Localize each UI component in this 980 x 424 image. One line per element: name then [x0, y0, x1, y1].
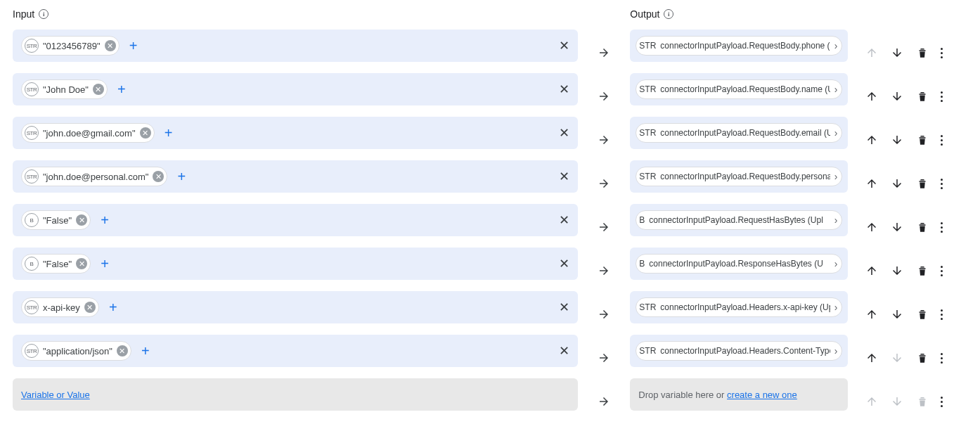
add-icon[interactable]: + — [162, 125, 176, 141]
info-icon[interactable]: i — [664, 9, 673, 19]
delete-button[interactable] — [915, 264, 929, 278]
output-chip[interactable]: STR connectorInputPayload.Headers.Conten… — [636, 341, 842, 361]
input-chip[interactable]: B "False" ✕ — [21, 254, 91, 274]
output-row[interactable]: STR connectorInputPayload.RequestBody.pe… — [630, 160, 848, 193]
add-icon[interactable]: + — [138, 343, 153, 359]
delete-button[interactable] — [915, 89, 929, 103]
close-icon[interactable]: ✕ — [559, 300, 569, 315]
chip-remove-icon[interactable]: ✕ — [153, 171, 164, 182]
input-row[interactable]: B "False" ✕ + ✕ — [13, 248, 578, 280]
move-down-button[interactable] — [890, 133, 904, 147]
input-chip[interactable]: STR "0123456789" ✕ — [21, 36, 120, 56]
add-icon[interactable]: + — [174, 169, 188, 185]
close-icon[interactable]: ✕ — [559, 125, 569, 141]
chevron-right-icon[interactable]: › — [834, 84, 839, 95]
delete-button[interactable] — [915, 351, 929, 365]
more-menu-button[interactable] — [941, 179, 943, 189]
output-chip[interactable]: B connectorInputPayload.ResponseHasBytes… — [636, 254, 842, 274]
input-row[interactable]: STR x-api-key ✕ + ✕ — [13, 291, 578, 323]
move-up-button[interactable] — [865, 264, 879, 278]
input-row[interactable]: B "False" ✕ + ✕ — [13, 204, 578, 236]
move-up-button[interactable] — [865, 133, 879, 147]
move-up-button[interactable] — [865, 307, 879, 321]
move-up-button[interactable] — [865, 176, 879, 191]
input-chip[interactable]: STR x-api-key ✕ — [21, 297, 99, 317]
chip-remove-icon[interactable]: ✕ — [76, 214, 87, 226]
close-icon[interactable]: ✕ — [559, 212, 569, 228]
move-down-button[interactable] — [890, 264, 904, 278]
output-row[interactable]: B connectorInputPayload.RequestHasBytes … — [630, 204, 848, 236]
move-down-button[interactable] — [890, 46, 904, 60]
input-row[interactable]: STR "application/json" ✕ + ✕ — [13, 335, 578, 367]
move-up-button[interactable] — [865, 220, 879, 234]
output-row[interactable]: B connectorInputPayload.ResponseHasBytes… — [630, 248, 848, 280]
input-row[interactable]: STR "0123456789" ✕ + ✕ — [13, 30, 578, 62]
output-row[interactable]: STR connectorInputPayload.RequestBody.ph… — [630, 30, 848, 62]
more-menu-button[interactable] — [941, 266, 943, 276]
output-row[interactable]: STR connectorInputPayload.Headers.Conten… — [630, 335, 848, 367]
chevron-right-icon[interactable]: › — [834, 171, 839, 182]
delete-button[interactable] — [915, 176, 929, 191]
info-icon[interactable]: i — [39, 9, 49, 19]
close-icon[interactable]: ✕ — [559, 343, 569, 359]
more-menu-button[interactable] — [941, 135, 943, 146]
move-down-button[interactable] — [890, 220, 904, 234]
close-icon[interactable]: ✕ — [559, 169, 569, 184]
input-chip[interactable]: STR "john.doe@personal.com" ✕ — [21, 167, 167, 186]
chip-remove-icon[interactable]: ✕ — [117, 345, 128, 356]
output-chip[interactable]: STR connectorInputPayload.RequestBody.na… — [636, 79, 842, 99]
output-row[interactable]: STR connectorInputPayload.RequestBody.em… — [630, 117, 848, 149]
input-chip[interactable]: STR "John Doe" ✕ — [21, 79, 108, 99]
chip-remove-icon[interactable]: ✕ — [84, 302, 96, 313]
chip-remove-icon[interactable]: ✕ — [105, 40, 116, 51]
output-chip[interactable]: STR connectorInputPayload.RequestBody.pe… — [636, 167, 842, 186]
close-icon[interactable]: ✕ — [559, 256, 569, 271]
delete-button[interactable] — [915, 133, 929, 147]
chevron-right-icon[interactable]: › — [834, 345, 839, 356]
chevron-right-icon[interactable]: › — [834, 40, 839, 51]
delete-button[interactable] — [915, 220, 929, 234]
input-chip[interactable]: STR "john.doe@gmail.com" ✕ — [21, 123, 155, 143]
chip-remove-icon[interactable]: ✕ — [76, 258, 87, 269]
input-row[interactable]: STR "john.doe@gmail.com" ✕ + ✕ — [13, 117, 578, 149]
more-menu-button[interactable] — [941, 397, 943, 407]
more-menu-button[interactable] — [941, 222, 943, 233]
move-up-button[interactable] — [865, 351, 879, 365]
more-menu-button[interactable] — [941, 353, 943, 364]
input-chip[interactable]: STR "application/json" ✕ — [21, 341, 131, 361]
move-up-button[interactable] — [865, 89, 879, 103]
input-placeholder-row[interactable]: Variable or Value — [13, 378, 578, 411]
close-icon[interactable]: ✕ — [559, 38, 569, 53]
move-down-button[interactable] — [890, 176, 904, 191]
input-chip[interactable]: B "False" ✕ — [21, 210, 91, 230]
delete-button[interactable] — [915, 46, 929, 60]
output-chip[interactable]: B connectorInputPayload.RequestHasBytes … — [636, 210, 842, 230]
create-new-link[interactable]: create a new one — [727, 390, 797, 400]
add-icon[interactable]: + — [115, 82, 129, 98]
output-chip[interactable]: STR connectorInputPayload.Headers.x-api-… — [636, 297, 842, 317]
chevron-right-icon[interactable]: › — [834, 258, 839, 269]
input-row[interactable]: STR "john.doe@personal.com" ✕ + ✕ — [13, 160, 578, 193]
chevron-right-icon[interactable]: › — [834, 127, 839, 139]
more-menu-button[interactable] — [941, 91, 943, 102]
output-chip[interactable]: STR connectorInputPayload.RequestBody.ph… — [636, 36, 842, 56]
output-row[interactable]: STR connectorInputPayload.RequestBody.na… — [630, 73, 848, 105]
add-icon[interactable]: + — [98, 256, 112, 272]
more-menu-button[interactable] — [941, 309, 943, 320]
chevron-right-icon[interactable]: › — [834, 214, 839, 226]
output-row[interactable]: STR connectorInputPayload.Headers.x-api-… — [630, 291, 848, 323]
output-chip[interactable]: STR connectorInputPayload.RequestBody.em… — [636, 123, 842, 143]
move-down-button[interactable] — [890, 307, 904, 321]
close-icon[interactable]: ✕ — [559, 82, 569, 97]
chevron-right-icon[interactable]: › — [834, 302, 839, 313]
chip-remove-icon[interactable]: ✕ — [140, 127, 151, 139]
more-menu-button[interactable] — [941, 48, 943, 58]
input-placeholder-link[interactable]: Variable or Value — [21, 390, 90, 400]
move-down-button[interactable] — [890, 89, 904, 103]
add-icon[interactable]: + — [98, 212, 112, 229]
delete-button[interactable] — [915, 307, 929, 321]
add-icon[interactable]: + — [127, 38, 141, 54]
add-icon[interactable]: + — [106, 300, 120, 316]
chip-remove-icon[interactable]: ✕ — [93, 84, 104, 95]
input-row[interactable]: STR "John Doe" ✕ + ✕ — [13, 73, 578, 105]
